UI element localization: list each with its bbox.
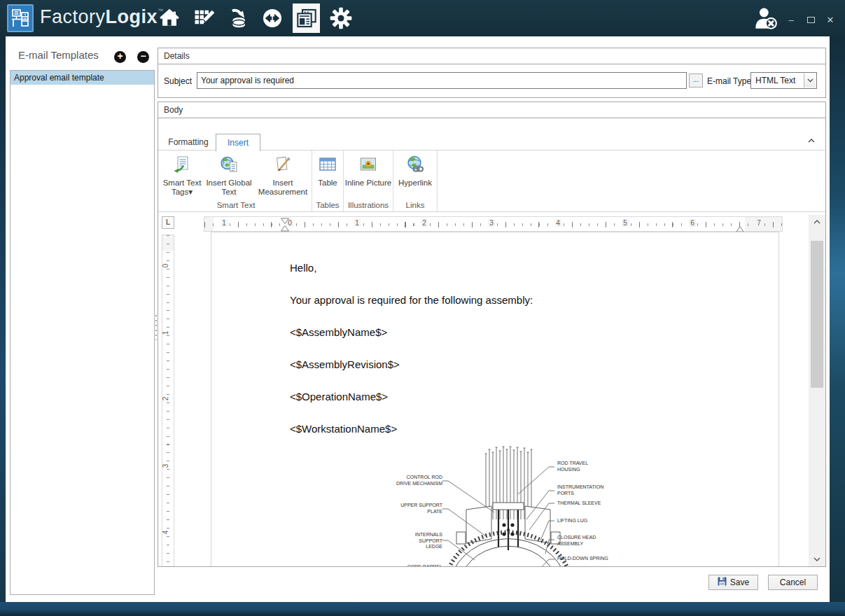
- data-import-icon[interactable]: [224, 4, 251, 33]
- settings-gear-icon[interactable]: [327, 4, 354, 33]
- inline-picture-button[interactable]: Inline Picture: [344, 150, 392, 200]
- ruler-number: 4: [554, 219, 561, 227]
- hyperlink-button[interactable]: Hyperlink: [394, 150, 436, 200]
- editor-tabs: Formatting Insert: [158, 134, 825, 150]
- window-controls: – ✕: [786, 14, 835, 25]
- templates-documents-icon[interactable]: [293, 4, 320, 33]
- doc-paragraph[interactable]: Your approval is required for the follow…: [290, 293, 778, 307]
- insert-measurement-button[interactable]: Insert Measurement: [255, 150, 311, 200]
- template-list-item[interactable]: Approval email template: [11, 71, 154, 85]
- ribbon-item-label: Hyperlink: [398, 178, 432, 188]
- ruler-number: 4: [162, 531, 169, 535]
- email-type-value: HTML Text: [755, 76, 795, 85]
- body-group: Body Formatting Insert: [158, 102, 826, 567]
- save-button[interactable]: Save: [708, 575, 758, 590]
- save-icon: [718, 577, 727, 588]
- ruler-number: 1: [221, 219, 228, 227]
- vertical-scrollbar[interactable]: [809, 215, 825, 566]
- diagram-label: UPPER SUPPORT PLATE: [388, 503, 442, 514]
- template-list: Approval email template: [10, 70, 155, 595]
- vertical-ruler[interactable]: 0 1 2 3 4: [162, 234, 174, 566]
- save-button-label: Save: [730, 578, 749, 587]
- maximize-icon: [807, 17, 815, 23]
- app-window: FactoryLogix™: [0, 0, 845, 616]
- subject-label: Subject: [164, 76, 192, 86]
- insert-measurement-icon: [274, 155, 292, 176]
- table-button[interactable]: Table: [313, 150, 342, 200]
- rich-text-editor: L 1 0 1 2 3 4 5 6 7: [158, 215, 825, 566]
- ruler-number: 5: [622, 219, 629, 227]
- diagram-label: LIFTING LUG: [557, 518, 662, 524]
- ruler-number: 1: [162, 331, 169, 335]
- diagram-label: THERMAL SLEEVE: [557, 500, 662, 507]
- details-header: Details: [158, 48, 825, 64]
- ruler-number: 0: [162, 264, 169, 268]
- window-frame-left: [0, 36, 6, 602]
- doc-paragraph[interactable]: <$AssemblyRevision$>: [290, 358, 778, 372]
- diagram-label: INTERNALS SUPPORT LEDGE: [388, 532, 442, 550]
- insert-global-text-button[interactable]: Insert Global Text: [203, 150, 255, 200]
- ruler-number: 2: [162, 397, 169, 401]
- document-text: Hello, Your approval is required for the…: [211, 232, 778, 436]
- ribbon-item-label: Table: [318, 178, 337, 188]
- tab-stop-selector[interactable]: L: [162, 216, 174, 229]
- subject-browse-button[interactable]: ...: [689, 74, 703, 88]
- body-header: Body: [158, 102, 825, 118]
- reactor-diagram-image[interactable]: CONTROL ROD DRIVE MECHANISM UPPER SUPPOR…: [388, 441, 779, 566]
- scroll-up-chevron-icon[interactable]: [809, 215, 825, 229]
- close-button[interactable]: ✕: [825, 14, 835, 25]
- workspace: E-mail Templates + − Approval email temp…: [6, 36, 830, 602]
- ribbon-collapse-chevron-icon[interactable]: [806, 135, 817, 146]
- ribbon-group-label: Smart Text: [161, 200, 311, 211]
- ribbon-group-label: Illustrations: [344, 200, 392, 211]
- horizontal-ruler[interactable]: 1 0 1 2 3 4 5 6 7: [204, 216, 783, 232]
- scroll-down-chevron-icon[interactable]: [809, 552, 825, 566]
- dropdown-arrow-icon: ▾: [188, 188, 193, 196]
- tab-formatting[interactable]: Formatting: [164, 134, 213, 150]
- diagram-label: CONTROL ROD DRIVE MECHANISM: [388, 475, 442, 486]
- ruler-number: 6: [689, 219, 696, 227]
- diagram-label: CORE BARREL: [388, 564, 442, 566]
- hyperlink-icon: [406, 155, 424, 176]
- ribbon-item-label: Inline Picture: [345, 178, 391, 188]
- insert-ribbon: Smart Text Tags▾: [158, 150, 825, 212]
- add-template-button[interactable]: +: [114, 51, 126, 63]
- titlebar: FactoryLogix™: [0, 0, 845, 36]
- sidebar-title: E-mail Templates: [18, 49, 99, 61]
- scrollbar-thumb[interactable]: [811, 241, 823, 388]
- ruler-number: 3: [162, 464, 169, 468]
- ribbon-item-label: Insert Global Text: [203, 178, 255, 197]
- planning-grid-pencil-icon[interactable]: [190, 4, 217, 33]
- ruler-number: 2: [421, 219, 428, 227]
- table-icon: [319, 155, 337, 176]
- user-logout-icon[interactable]: [753, 7, 778, 29]
- ribbon-item-label: Smart Text Tags: [163, 178, 202, 196]
- chevron-down-icon: [804, 74, 816, 88]
- doc-paragraph[interactable]: <$AssemblyName$>: [290, 326, 778, 340]
- home-icon[interactable]: [155, 4, 183, 33]
- diagram-label: CLOSURE HEAD ASSEMBLY: [557, 535, 662, 547]
- diagram-label: HOLD-DOWN SPRING: [557, 556, 662, 562]
- factorylogix-logo-icon: [7, 4, 34, 32]
- subject-input[interactable]: [197, 72, 687, 89]
- cancel-button-label: Cancel: [780, 578, 806, 587]
- smart-text-tags-button[interactable]: Smart Text Tags▾: [161, 150, 203, 200]
- document-canvas[interactable]: Hello, Your approval is required for the…: [211, 232, 779, 566]
- email-type-select[interactable]: HTML Text: [750, 72, 817, 89]
- window-frame-bottom: [0, 602, 845, 616]
- doc-paragraph[interactable]: Hello,: [290, 261, 778, 275]
- doc-paragraph[interactable]: <$OperationName$>: [290, 390, 778, 404]
- details-group: Details Subject ... E-mail Type HTML Tex…: [158, 48, 826, 98]
- ruler-number: 7: [755, 219, 762, 227]
- ribbon-item-label: Insert Measurement: [255, 178, 311, 197]
- maximize-button[interactable]: [806, 14, 816, 25]
- smart-text-tags-icon: [173, 155, 191, 176]
- minimize-button[interactable]: –: [786, 14, 796, 25]
- remove-template-button[interactable]: −: [137, 51, 149, 63]
- transfer-circle-arrows-icon[interactable]: [258, 4, 286, 33]
- tab-insert[interactable]: Insert: [216, 134, 260, 151]
- ribbon-group-label: Tables: [313, 200, 342, 211]
- doc-paragraph[interactable]: <$WorkstationName$>: [290, 422, 778, 436]
- cancel-button[interactable]: Cancel: [768, 575, 818, 590]
- ruler-number: 1: [354, 219, 361, 227]
